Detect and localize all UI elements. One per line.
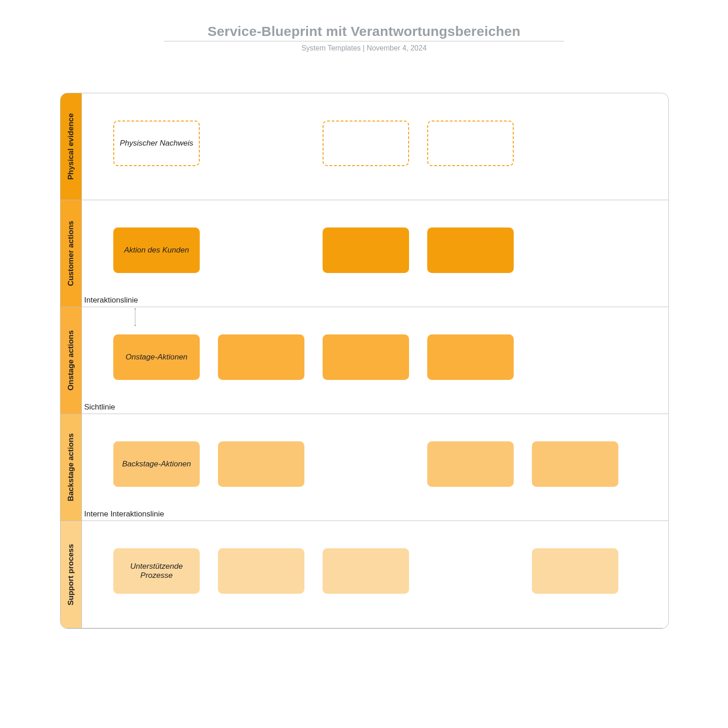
card-text: Aktion des Kunden: [124, 246, 189, 255]
lane-label-text: Backstage actions: [66, 433, 76, 501]
lane-body: Onstage-Aktionen Sichtlinie: [81, 307, 668, 414]
page: Service-Blueprint mit Verantwortungsbere…: [0, 0, 728, 728]
blueprint-canvas: Physical evidence Physischer Nachweis Cu…: [60, 93, 669, 629]
card-text: Unterstützende Prozesse: [113, 562, 200, 580]
lane-backstage-actions: Backstage actions Backstage-Aktionen Int…: [61, 414, 668, 521]
diagram-subtitle: System Templates | November 4, 2024: [0, 44, 728, 52]
card-support-process-3[interactable]: [323, 548, 409, 594]
card-physical-evidence-3[interactable]: [323, 121, 409, 166]
lane-body: Aktion des Kunden Interaktionslinie: [81, 200, 668, 307]
lane-physical-evidence: Physical evidence Physischer Nachweis: [61, 93, 668, 200]
lane-label-backstage-actions: Backstage actions: [61, 414, 82, 521]
lane-label-physical-evidence: Physical evidence: [61, 93, 82, 200]
card-onstage-action-2[interactable]: [218, 334, 304, 380]
card-customer-action-4[interactable]: [427, 228, 514, 273]
card-onstage-action-4[interactable]: [427, 334, 514, 380]
lane-label-support-process: Support process: [61, 521, 82, 628]
lane-customer-actions: Customer actions Aktion des Kunden Inter…: [61, 200, 668, 307]
card-customer-action-3[interactable]: [323, 228, 409, 273]
divider-interaction-line: Interaktionslinie: [84, 296, 138, 305]
card-text: Physischer Nachweis: [120, 139, 193, 148]
card-backstage-action-5[interactable]: [532, 441, 618, 487]
card-support-process-5[interactable]: [532, 548, 618, 594]
card-text: Backstage-Aktionen: [122, 460, 191, 469]
lane-body: Backstage-Aktionen Interne Interaktionsl…: [81, 414, 668, 521]
card-support-process-1[interactable]: Unterstützende Prozesse: [113, 548, 200, 594]
title-underline: [164, 41, 564, 41]
card-backstage-action-1[interactable]: Backstage-Aktionen: [113, 441, 200, 487]
divider-visibility-line: Sichtlinie: [84, 403, 115, 412]
lane-support-process: Support process Unterstützende Prozesse: [61, 521, 668, 628]
card-backstage-action-4[interactable]: [427, 441, 514, 487]
lane-body: Unterstützende Prozesse: [81, 521, 668, 628]
lane-onstage-actions: Onstage actions Onstage-Aktionen Sichtli…: [61, 307, 668, 414]
card-onstage-action-3[interactable]: [323, 334, 409, 380]
header: Service-Blueprint mit Verantwortungsbere…: [0, 0, 728, 52]
lane-label-text: Support process: [66, 544, 76, 605]
diagram-title: Service-Blueprint mit Verantwortungsbere…: [0, 24, 728, 39]
card-text: Onstage-Aktionen: [126, 353, 187, 362]
divider-internal-interaction-line: Interne Interaktionslinie: [84, 510, 164, 519]
card-physical-evidence-1[interactable]: Physischer Nachweis: [113, 121, 200, 166]
card-onstage-action-1[interactable]: Onstage-Aktionen: [113, 334, 200, 380]
lane-label-text: Customer actions: [66, 221, 76, 286]
lane-label-text: Physical evidence: [66, 113, 76, 180]
lane-label-text: Onstage actions: [66, 330, 76, 390]
lane-label-onstage-actions: Onstage actions: [61, 307, 82, 414]
card-customer-action-1[interactable]: Aktion des Kunden: [113, 228, 200, 273]
card-physical-evidence-4[interactable]: [427, 121, 514, 166]
card-backstage-action-2[interactable]: [218, 441, 304, 487]
lane-body: Physischer Nachweis: [81, 93, 668, 200]
lane-label-customer-actions: Customer actions: [61, 200, 82, 307]
card-support-process-2[interactable]: [218, 548, 304, 594]
